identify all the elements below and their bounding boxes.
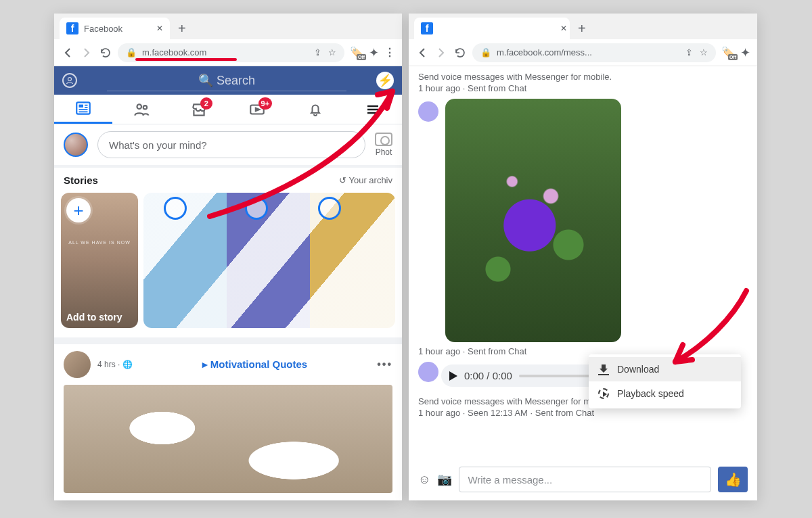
tab-friends[interactable] <box>112 95 171 124</box>
feed-post: 4 hrs · 🌐 ▸ Motivational Quotes ••• <box>54 344 402 500</box>
extensions-icon[interactable]: ✦ <box>369 45 379 60</box>
post-image-scribbled[interactable] <box>64 385 392 493</box>
story-avatar-ring <box>164 197 187 220</box>
playback-speed-icon <box>598 388 609 399</box>
stories-archive-link[interactable]: Your archiv <box>339 175 392 185</box>
story-avatar-ring <box>318 197 341 220</box>
browser-tab[interactable]: f ✕ <box>414 18 570 39</box>
extension-shopping-icon[interactable]: 🏷️Off <box>721 46 735 59</box>
share-icon[interactable]: ⇪ <box>685 47 693 57</box>
post-meta: 4 hrs · 🌐 <box>97 360 133 369</box>
facebook-icon: f <box>66 22 78 34</box>
lock-icon: 🔒 <box>126 47 137 57</box>
tab-newsfeed[interactable] <box>54 95 112 124</box>
tab-title: Facebook <box>84 24 122 34</box>
forward-icon[interactable] <box>80 46 93 60</box>
menu-playback-speed[interactable]: Playback speed <box>589 381 741 406</box>
lock-icon: 🔒 <box>480 47 491 57</box>
messenger-icon[interactable]: ⚡ <box>376 72 394 89</box>
story-avatar-ring <box>245 197 268 220</box>
star-icon[interactable]: ☆ <box>328 47 336 57</box>
back-icon[interactable] <box>61 46 74 60</box>
plus-icon: + <box>66 198 91 222</box>
new-tab-button[interactable]: + <box>173 18 191 39</box>
svg-point-4 <box>137 104 141 109</box>
address-bar: 🔒 m.facebook.com/mess... ⇪ ☆ 🏷️Off ✦ <box>409 39 757 66</box>
message-time: 1 hour ago · Sent from Chat <box>418 83 748 93</box>
avatar[interactable] <box>418 101 438 122</box>
message-time: 1 hour ago · Seen 12:13 AM · Sent from C… <box>418 408 748 418</box>
badge-watch: 9+ <box>258 97 273 110</box>
tab-menu[interactable] <box>344 95 402 124</box>
search-placeholder: Search <box>217 74 255 87</box>
avatar[interactable] <box>64 133 88 157</box>
overflow-menu-icon[interactable]: ⋮ <box>384 46 395 59</box>
browser-window-right: f ✕ + 🔒 m.facebook.com/mess... ⇪ ☆ 🏷️Off… <box>409 14 757 500</box>
story-caption: Add to story <box>66 312 133 323</box>
svg-point-1 <box>68 78 72 81</box>
composer-input[interactable]: What's on your mind? <box>97 131 365 158</box>
context-menu: Download Playback speed <box>589 354 741 408</box>
browser-window-left: f Facebook ✕ + 🔒 m.facebook.com ⇪ ☆ 🏷️Of… <box>54 14 402 500</box>
extension-shopping-icon[interactable]: 🏷️Off <box>350 46 363 59</box>
browser-tab[interactable]: f Facebook ✕ <box>60 18 170 39</box>
facebook-icon: f <box>421 22 433 34</box>
stories-title: Stories <box>64 174 98 186</box>
url-field[interactable]: 🔒 m.facebook.com/mess... ⇪ ☆ <box>472 43 716 62</box>
extensions-icon[interactable]: ✦ <box>740 45 750 60</box>
search-icon: 🔍 <box>198 74 213 87</box>
story-add[interactable]: + ALL WE HAVE IS NOW Add to story <box>61 193 138 328</box>
chat-area: Send voice messages with Messenger for m… <box>409 66 757 500</box>
track-time: 0:00 / 0:00 <box>464 370 512 381</box>
svg-rect-3 <box>78 105 83 108</box>
fb-header: 🔍 Search ⚡ <box>54 66 402 95</box>
reload-icon[interactable] <box>99 46 112 60</box>
emoji-icon[interactable]: ☺ <box>418 473 430 487</box>
camera-icon <box>375 133 392 146</box>
chat-photo[interactable] <box>445 99 621 342</box>
window-titlebar: f Facebook ✕ + <box>54 14 402 39</box>
stories-row[interactable]: + ALL WE HAVE IS NOW Add to story <box>54 193 402 344</box>
camera-icon[interactable]: 📷 <box>437 472 452 487</box>
post-menu-icon[interactable]: ••• <box>377 358 392 371</box>
search-bar[interactable]: 🔍 Search <box>84 70 369 91</box>
stories-scribbled[interactable] <box>143 193 395 328</box>
voice-hint: Send voice messages with Messenger for m… <box>418 72 748 82</box>
fb-nav-tabs: 2 9+ <box>54 95 402 124</box>
profile-icon[interactable] <box>62 73 77 88</box>
play-icon[interactable] <box>449 371 457 381</box>
annotation-underline <box>135 58 237 61</box>
chat-input-row: ☺ 📷 Write a message... 👍 <box>418 467 748 492</box>
avatar[interactable] <box>418 362 438 382</box>
star-icon[interactable]: ☆ <box>700 47 708 57</box>
window-titlebar: f ✕ + <box>409 14 757 39</box>
composer-photo-button[interactable]: Phot <box>375 133 392 157</box>
url-text: m.facebook.com <box>142 47 309 57</box>
new-tab-button[interactable]: + <box>572 18 591 39</box>
svg-point-5 <box>143 105 146 109</box>
avatar[interactable] <box>64 351 91 378</box>
forward-icon[interactable] <box>434 46 448 60</box>
stories-header: Stories Your archiv <box>54 168 402 193</box>
story-overlay-text: ALL WE HAVE IS NOW <box>61 240 138 245</box>
close-tab-icon[interactable]: ✕ <box>156 24 163 33</box>
close-tab-icon[interactable]: ✕ <box>560 24 567 33</box>
like-button[interactable]: 👍 <box>718 467 748 492</box>
address-bar: 🔒 m.facebook.com ⇪ ☆ 🏷️Off ✦ ⋮ <box>54 39 402 66</box>
url-text: m.facebook.com/mess... <box>497 47 680 57</box>
tab-watch[interactable]: 9+ <box>228 95 286 124</box>
reload-icon[interactable] <box>453 46 467 60</box>
share-icon[interactable]: ⇪ <box>314 47 321 57</box>
menu-download[interactable]: Download <box>589 357 741 381</box>
post-group-link[interactable]: ▸ Motivational Quotes <box>202 358 308 370</box>
tab-marketplace[interactable]: 2 <box>170 95 228 124</box>
download-icon <box>598 364 609 374</box>
url-field[interactable]: 🔒 m.facebook.com ⇪ ☆ <box>118 43 344 62</box>
tab-notifications[interactable] <box>286 95 344 124</box>
message-input[interactable]: Write a message... <box>459 467 711 492</box>
badge-marketplace: 2 <box>200 97 212 110</box>
composer-row: What's on your mind? Phot <box>54 124 402 168</box>
back-icon[interactable] <box>415 46 429 60</box>
